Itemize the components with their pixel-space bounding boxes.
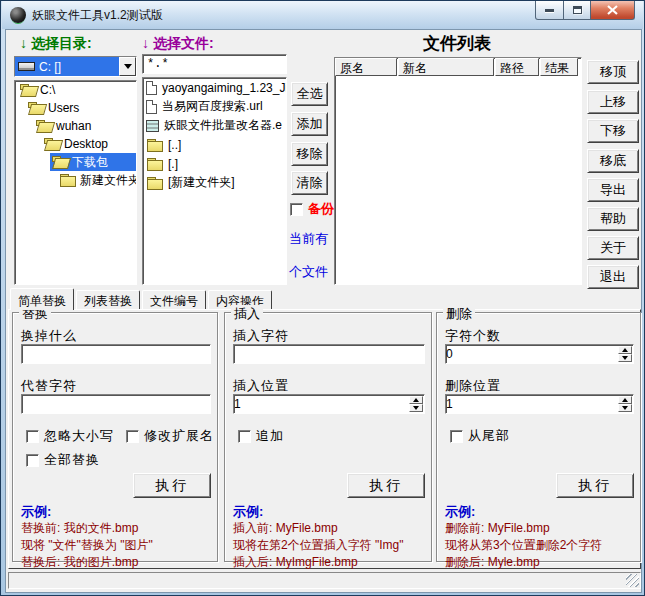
insert-execute-button[interactable]: 执行 <box>347 473 425 498</box>
column-header-original-name[interactable]: 原名 <box>335 58 397 76</box>
app-window: 妖眼文件工具v1.2测试版 ↓ 选择目录: ↓ 选择文件: 文件列表 C: [] <box>0 0 645 596</box>
application-file-icon <box>146 120 159 132</box>
spin-up-button[interactable] <box>409 396 423 404</box>
column-header-new-name[interactable]: 新名 <box>398 58 494 76</box>
tab-list-replace[interactable]: 列表替换 <box>76 290 140 309</box>
file-list-title: 文件列表 <box>334 32 580 55</box>
add-button[interactable]: 添加 <box>291 112 328 136</box>
clear-button[interactable]: 清除 <box>291 171 328 195</box>
backup-checkbox[interactable] <box>290 203 303 216</box>
tree-item-desktop[interactable]: Desktop <box>15 135 136 153</box>
file-filter-input[interactable] <box>147 57 282 71</box>
spin-up-button[interactable] <box>618 346 632 354</box>
delete-example-before: 删除前: MyFile.bmp <box>445 520 550 537</box>
insert-example-before: 插入前: MyFile.bmp <box>233 520 338 537</box>
from-end-row: 从尾部 <box>445 427 510 445</box>
remove-button[interactable]: 移除 <box>291 142 328 166</box>
move-up-button[interactable]: 上移 <box>587 90 639 114</box>
spinner-buttons <box>618 396 632 412</box>
insert-position-input[interactable] <box>234 395 424 413</box>
close-button[interactable] <box>590 1 635 20</box>
insert-group: 插入 插入字符 插入位置 追加 执行 示例: 插入前: MyFile.bmp 现… <box>224 312 432 562</box>
drive-combo-selection: C: [] <box>15 57 119 76</box>
spin-down-button[interactable] <box>409 404 423 412</box>
drive-combo[interactable]: C: [] <box>14 56 137 77</box>
delete-count-input[interactable] <box>446 345 633 363</box>
chevron-up-icon <box>622 398 628 402</box>
insert-chars-label: 插入字符 <box>233 327 289 345</box>
file-item[interactable]: 当易网百度搜索.url <box>143 97 286 116</box>
replace-what-input[interactable] <box>26 347 206 361</box>
column-header-path[interactable]: 路径 <box>495 58 539 76</box>
append-checkbox[interactable] <box>238 430 251 443</box>
file-count-prefix: 当前有 <box>289 230 328 248</box>
delete-group-title: 删除 <box>443 305 475 323</box>
minimize-button[interactable] <box>535 1 564 20</box>
replace-what-field[interactable] <box>21 344 211 364</box>
tree-item-wuhan[interactable]: wuhan <box>15 117 136 135</box>
insert-chars-field[interactable] <box>233 344 425 364</box>
resize-grip-icon[interactable] <box>626 574 639 587</box>
tree-item-drive-root[interactable]: C:\ <box>15 81 136 99</box>
file-item[interactable]: yaoyangaiming_1.23_JiS <box>143 78 286 97</box>
window-controls <box>536 1 635 20</box>
move-down-button[interactable]: 下移 <box>587 119 639 143</box>
replace-with-input[interactable] <box>26 397 206 411</box>
titlebar: 妖眼文件工具v1.2测试版 <box>2 1 643 29</box>
spin-up-button[interactable] <box>618 396 632 404</box>
client-area: ↓ 选择目录: ↓ 选择文件: 文件列表 C: [] C:\ Users <box>5 29 642 593</box>
file-item-current-dir[interactable]: [.] <box>143 154 286 173</box>
file-item[interactable]: 妖眼文件批量改名器.e <box>143 116 286 135</box>
export-button[interactable]: 导出 <box>587 178 639 202</box>
insert-position-label: 插入位置 <box>233 377 289 395</box>
insert-example-title: 示例: <box>233 503 263 521</box>
folder-open-icon <box>51 156 68 168</box>
help-button[interactable]: 帮助 <box>587 207 639 231</box>
delete-position-input[interactable] <box>446 395 633 413</box>
file-count-suffix: 个文件 <box>289 263 328 281</box>
delete-group: 删除 字符个数 删除位置 从尾部 执行 <box>436 312 641 562</box>
tab-file-numbering[interactable]: 文件编号 <box>142 290 206 309</box>
select-files-label: ↓ 选择文件: <box>142 35 214 53</box>
replace-all-checkbox[interactable] <box>26 454 39 467</box>
from-end-checkbox[interactable] <box>450 430 463 443</box>
folder-closed-icon <box>146 158 163 170</box>
maximize-button[interactable] <box>563 1 591 20</box>
minimize-icon <box>545 9 554 12</box>
file-item-parent-dir[interactable]: [..] <box>143 135 286 154</box>
replace-with-field[interactable] <box>21 394 211 414</box>
folder-closed-icon <box>146 177 163 189</box>
replace-group: 替换 换掉什么 代替字符 忽略大小写 修改扩展名 全部替换 执行 示例: <box>12 312 218 562</box>
delete-position-label: 删除位置 <box>445 377 501 395</box>
tree-item-download-selected[interactable]: 下载包 <box>15 153 136 171</box>
replace-example-title: 示例: <box>21 503 51 521</box>
append-row: 追加 <box>233 427 284 445</box>
folder-closed-icon <box>146 139 163 151</box>
move-top-button[interactable]: 移顶 <box>587 60 639 84</box>
drive-combo-dropdown-button[interactable] <box>119 57 136 76</box>
column-header-result[interactable]: 结果 <box>540 58 578 76</box>
spin-down-button[interactable] <box>618 404 632 412</box>
drive-icon <box>18 62 35 71</box>
select-all-button[interactable]: 全选 <box>291 82 328 106</box>
spinner-buttons <box>409 396 423 412</box>
modify-extension-checkbox[interactable] <box>126 430 139 443</box>
replace-example-after: 替换后: 我的图片.bmp <box>21 554 138 571</box>
move-bottom-button[interactable]: 移底 <box>587 149 639 173</box>
file-icon <box>146 100 157 114</box>
tree-item-users[interactable]: Users <box>15 99 136 117</box>
rename-file-table: 原名 新名 路径 结果 <box>334 57 582 285</box>
insert-chars-input[interactable] <box>238 347 420 361</box>
spin-down-button[interactable] <box>618 354 632 362</box>
ignore-case-checkbox[interactable] <box>26 430 39 443</box>
file-item-subfolder[interactable]: [新建文件夹] <box>143 173 286 192</box>
tree-item-new-folder[interactable]: 新建文件夹 <box>15 171 136 189</box>
replace-execute-button[interactable]: 执行 <box>133 473 211 498</box>
file-filter-field[interactable] <box>142 54 287 74</box>
about-button[interactable]: 关于 <box>587 236 639 260</box>
delete-execute-button[interactable]: 执行 <box>556 473 634 498</box>
tab-simple-replace[interactable]: 简单替换 <box>10 288 74 310</box>
replace-with-label: 代替字符 <box>21 377 77 395</box>
exit-button[interactable]: 退出 <box>587 265 639 289</box>
replace-what-label: 换掉什么 <box>21 327 77 345</box>
